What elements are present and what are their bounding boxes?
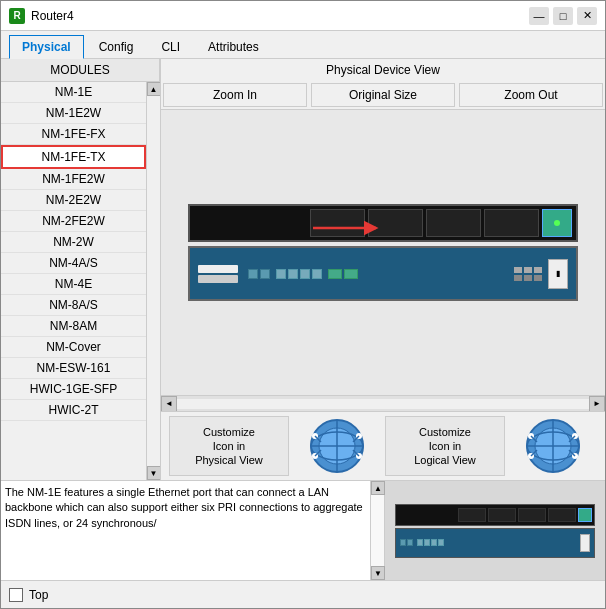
router-svg-physical [307,416,367,476]
window-controls: — □ ✕ [529,7,597,25]
tab-config[interactable]: Config [86,35,147,58]
scroll-up-button[interactable]: ▲ [147,82,161,96]
right-panel: Physical Device View Zoom In Original Si… [161,59,605,480]
description-text: The NM-1E features a single Ethernet por… [5,486,363,529]
left-panel: MODULES NM-1ENM-1E2WNM-1FE-FXNM-1FE-TXNM… [1,59,161,480]
app-icon: R [9,8,25,24]
module-item-nm-cover[interactable]: NM-Cover [1,337,146,358]
device-thumbnail [385,481,605,580]
desc-scroll-up[interactable]: ▲ [371,481,385,495]
customize-physical-label: Customize Icon in Physical View [195,425,263,468]
top-label: Top [29,588,48,602]
customize-physical-button[interactable]: Customize Icon in Physical View [169,416,289,476]
description-panel: The NM-1E features a single Ethernet por… [1,481,371,580]
maximize-button[interactable]: □ [553,7,573,25]
router-svg-logical [523,416,583,476]
close-button[interactable]: ✕ [577,7,597,25]
zoom-out-button[interactable]: Zoom Out [459,83,603,107]
zoom-controls: Zoom In Original Size Zoom Out [161,81,605,110]
module-item-nm-1e2w[interactable]: NM-1E2W [1,103,146,124]
tab-bar: Physical Config CLI Attributes [1,31,605,59]
module-item-nm-1fe2w[interactable]: NM-1FE2W [1,169,146,190]
desc-scroll-down[interactable]: ▼ [371,566,385,580]
bottom-buttons: Customize Icon in Physical View [161,411,605,480]
description-scrollbar[interactable]: ▲ ▼ [371,481,385,580]
module-item-nm-2e2w[interactable]: NM-2E2W [1,190,146,211]
top-checkbox[interactable] [9,588,23,602]
modules-scrollbar[interactable]: ▲ ▼ [146,82,160,480]
arrow-indicator [308,218,388,238]
router-icon-physical [297,416,377,476]
module-item-nm-4as[interactable]: NM-4A/S [1,253,146,274]
scroll-right-button[interactable]: ► [589,396,605,412]
modules-header: MODULES [1,59,160,82]
tab-attributes[interactable]: Attributes [195,35,272,58]
minimize-button[interactable]: — [529,7,549,25]
module-item-nm-8as[interactable]: NM-8A/S [1,295,146,316]
tab-physical[interactable]: Physical [9,35,84,59]
customize-logical-button[interactable]: Customize Icon in Logical View [385,416,505,476]
zoom-in-button[interactable]: Zoom In [163,83,307,107]
module-item-nm-2fe2w[interactable]: NM-2FE2W [1,211,146,232]
scroll-track [147,96,160,466]
module-item-nm-4e[interactable]: NM-4E [1,274,146,295]
tab-cli[interactable]: CLI [148,35,193,58]
horizontal-scrollbar[interactable]: ◄ ► [161,395,605,411]
scroll-down-button[interactable]: ▼ [147,466,161,480]
lower-section: The NM-1E features a single Ethernet por… [1,480,605,580]
title-bar: R Router4 — □ ✕ [1,1,605,31]
main-window: R Router4 — □ ✕ Physical Config CLI Attr… [0,0,606,609]
customize-logical-label: Customize Icon in Logical View [414,425,476,468]
scroll-left-button[interactable]: ◄ [161,396,177,412]
module-item-nm-1fe-fx[interactable]: NM-1FE-FX [1,124,146,145]
h-scroll-track [177,399,589,409]
module-item-nm-1e[interactable]: NM-1E [1,82,146,103]
window-title: Router4 [31,9,529,23]
router-icon-logical [513,416,593,476]
modules-list[interactable]: NM-1ENM-1E2WNM-1FE-FXNM-1FE-TXNM-1FE2WNM… [1,82,146,480]
original-size-button[interactable]: Original Size [311,83,455,107]
status-bar: Top [1,580,605,608]
module-item-nm-1fe-tx[interactable]: NM-1FE-TX [1,145,146,169]
device-view-title: Physical Device View [161,59,605,81]
device-view-area: ▮ [161,110,605,395]
module-item-nm-2w[interactable]: NM-2W [1,232,146,253]
main-content: MODULES NM-1ENM-1E2WNM-1FE-FXNM-1FE-TXNM… [1,59,605,480]
module-item-hwic-1ge-sfp[interactable]: HWIC-1GE-SFP [1,379,146,400]
module-item-nm-8am[interactable]: NM-8AM [1,316,146,337]
modules-list-container: NM-1ENM-1E2WNM-1FE-FXNM-1FE-TXNM-1FE2WNM… [1,82,160,480]
module-item-hwic-2t[interactable]: HWIC-2T [1,400,146,421]
module-item-nm-esw-161[interactable]: NM-ESW-161 [1,358,146,379]
